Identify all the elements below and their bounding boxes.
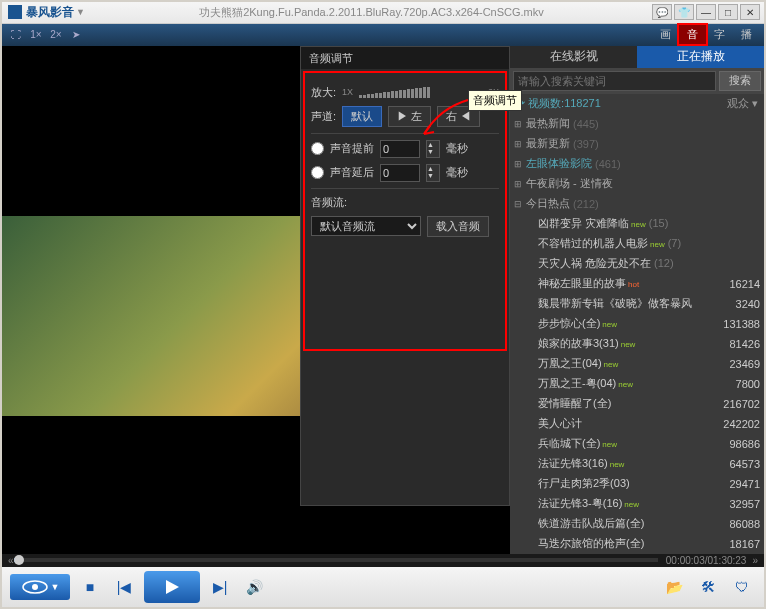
tab-online-video[interactable]: 在线影视 xyxy=(510,46,637,68)
progress-handle[interactable] xyxy=(14,555,24,565)
list-item[interactable]: 神秘左眼里的故事hot16214 xyxy=(510,274,764,294)
delay-label: 声音延后 xyxy=(330,165,374,180)
speed-1x-icon[interactable]: 1× xyxy=(26,26,46,44)
volume-button[interactable]: 🔊 xyxy=(240,575,268,599)
list-item[interactable]: 法证先锋3(16)new64573 xyxy=(510,454,764,474)
window-title: 功夫熊猫2Kung.Fu.Panda.2.2011.BluRay.720p.AC… xyxy=(91,5,652,20)
tooltip: 音频调节 xyxy=(468,90,522,111)
zoom-slider[interactable] xyxy=(359,86,482,98)
stop-button[interactable]: ■ xyxy=(76,575,104,599)
list-item[interactable]: 万凰之王(04)new23469 xyxy=(510,354,764,374)
unit-ms2: 毫秒 xyxy=(446,165,468,180)
list-item[interactable]: 娘家的故事3(31)new81426 xyxy=(510,334,764,354)
progress-track[interactable] xyxy=(14,558,658,562)
panel-title: 音频调节 xyxy=(301,47,509,69)
comment-button[interactable]: 💬 xyxy=(652,4,672,20)
list-item[interactable]: 法证先锋3-粤(16)new32957 xyxy=(510,494,764,514)
open-button[interactable]: 📂 xyxy=(660,575,688,599)
shield-button[interactable]: 🛡 xyxy=(728,575,756,599)
eye-mode-button[interactable]: ▼ xyxy=(10,574,70,600)
list-item[interactable]: 不容错过的机器人电影new(7) xyxy=(510,234,764,254)
prev-button[interactable]: |◀ xyxy=(110,575,138,599)
channel-default[interactable]: 默认 xyxy=(342,106,382,127)
tab-now-playing[interactable]: 正在播放 xyxy=(637,46,764,68)
advance-radio[interactable] xyxy=(311,142,324,155)
category-item[interactable]: ⊞最新更新(397) xyxy=(510,134,764,154)
list-item[interactable]: 美人心计242202 xyxy=(510,414,764,434)
list-item[interactable]: 魏晨带新专辑《破晓》做客暴风3240 xyxy=(510,294,764,314)
category-item[interactable]: ⊞午夜剧场 - 迷情夜 xyxy=(510,174,764,194)
zoom-label: 放大: xyxy=(311,85,336,100)
channel-label: 声道: xyxy=(311,109,336,124)
advance-input[interactable] xyxy=(380,140,420,158)
audience-toggle[interactable]: 观众 ▾ xyxy=(727,96,758,111)
dropdown-icon[interactable]: ▼ xyxy=(76,7,85,17)
delay-radio[interactable] xyxy=(311,166,324,179)
play-button[interactable] xyxy=(144,571,200,603)
search-input[interactable] xyxy=(513,71,716,91)
advance-spinner[interactable]: ▲▼ xyxy=(426,140,440,158)
next-button[interactable]: ▶| xyxy=(206,575,234,599)
tools-button[interactable]: 🛠 xyxy=(694,575,722,599)
unit-ms: 毫秒 xyxy=(446,141,468,156)
search-button[interactable]: 搜索 xyxy=(719,71,761,91)
list-item[interactable]: 凶群变异 灾难降临new(15) xyxy=(510,214,764,234)
app-logo[interactable]: 暴风影音 ▼ xyxy=(2,4,91,21)
pin-icon[interactable]: ➤ xyxy=(66,26,86,44)
category-item[interactable]: ⊞最热新闻(445) xyxy=(510,114,764,134)
list-item[interactable]: 兵临城下(全)new98686 xyxy=(510,434,764,454)
list-item[interactable]: 天灾人祸 危险无处不在(12) xyxy=(510,254,764,274)
category-item[interactable]: ⊟今日热点(212) xyxy=(510,194,764,214)
list-item[interactable]: 万凰之王-粤(04)new7800 xyxy=(510,374,764,394)
stream-label: 音频流: xyxy=(311,195,347,210)
video-list[interactable]: ⊞最热新闻(445)⊞最新更新(397)⊞左眼体验影院(461)⊞午夜剧场 - … xyxy=(510,114,764,554)
stream-select[interactable]: 默认音频流 xyxy=(311,216,421,236)
svg-point-1 xyxy=(32,584,38,590)
chevron-down-icon: ▼ xyxy=(51,582,60,592)
fullscreen-icon[interactable]: ⛶ xyxy=(6,26,26,44)
close-button[interactable]: ✕ xyxy=(740,4,760,20)
app-name: 暴风影音 xyxy=(26,4,74,21)
category-item[interactable]: ⊞左眼体验影院(461) xyxy=(510,154,764,174)
logo-icon xyxy=(8,5,22,19)
list-item[interactable]: 铁道游击队战后篇(全)86088 xyxy=(510,514,764,534)
delay-input[interactable] xyxy=(380,164,420,182)
zoom-min: 1X xyxy=(342,87,353,97)
annotation-arrow xyxy=(420,98,470,138)
video-count: ⟳ 视频数:118271 xyxy=(516,96,601,111)
list-item[interactable]: 马迭尔旅馆的枪声(全)18167 xyxy=(510,534,764,554)
minimize-button[interactable]: — xyxy=(696,4,716,20)
list-item[interactable]: 爱情睡醒了(全)216702 xyxy=(510,394,764,414)
maximize-button[interactable]: □ xyxy=(718,4,738,20)
next-chapter-icon[interactable]: » xyxy=(752,555,758,566)
shirt-button[interactable]: 👕 xyxy=(674,4,694,20)
tab-audio[interactable]: 音 xyxy=(679,25,706,44)
delay-spinner[interactable]: ▲▼ xyxy=(426,164,440,182)
advance-label: 声音提前 xyxy=(330,141,374,156)
load-audio-button[interactable]: 载入音频 xyxy=(427,216,489,237)
time-display: 00:00:03/01:30:23 xyxy=(666,555,747,566)
tab-subtitle[interactable]: 字 xyxy=(706,25,733,44)
speed-2x-icon[interactable]: 2× xyxy=(46,26,66,44)
eye-icon xyxy=(21,579,49,595)
tab-picture[interactable]: 画 xyxy=(652,25,679,44)
list-item[interactable]: 行尸走肉第2季(03)29471 xyxy=(510,474,764,494)
audio-panel: 音频调节 放大: 1X 2X 声道: 默认 ▶ 左 右 ◀ 声音提前 xyxy=(300,46,510,506)
list-item[interactable]: 步步惊心(全)new131388 xyxy=(510,314,764,334)
play-icon xyxy=(163,578,181,596)
tab-play[interactable]: 播 xyxy=(733,25,760,44)
